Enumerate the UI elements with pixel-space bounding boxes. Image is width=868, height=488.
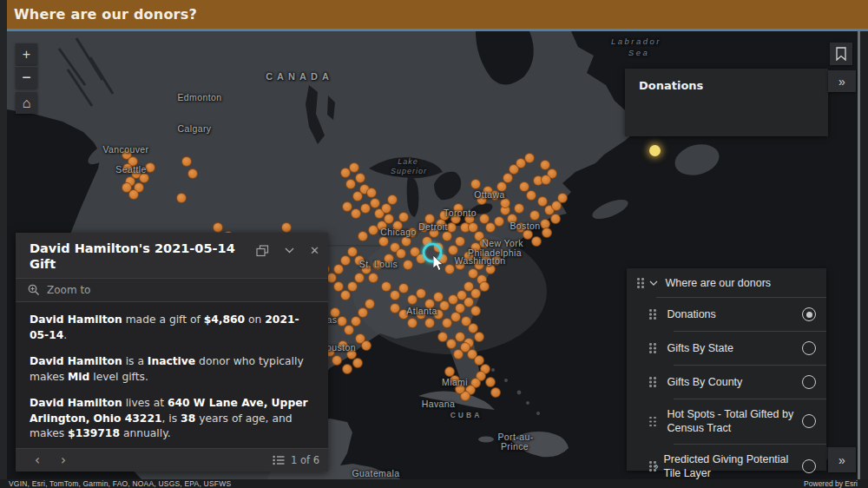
next-feature-button[interactable]: › — [50, 454, 76, 467]
layer-radio-donations[interactable] — [802, 307, 816, 321]
map-canvas[interactable]: CANADALabradorSeaLakeSuperiorEdmontonCal… — [7, 31, 868, 479]
donor-dot[interactable] — [485, 377, 496, 387]
layer-radio-predicted-giving-potential-tile-layer[interactable] — [802, 459, 816, 473]
donor-dot[interactable] — [398, 283, 409, 293]
donor-dot[interactable] — [450, 312, 461, 322]
donor-dot[interactable] — [551, 201, 562, 211]
donor-dot[interactable] — [541, 175, 551, 185]
drag-handle-icon[interactable] — [649, 343, 652, 346]
donor-dot[interactable] — [479, 214, 490, 224]
donor-dot[interactable] — [390, 290, 400, 300]
scrollbar-track[interactable] — [858, 31, 860, 479]
donor-dot[interactable] — [351, 208, 361, 219]
donor-dot[interactable] — [358, 231, 368, 241]
donor-dot[interactable] — [344, 325, 354, 335]
drag-handle-icon[interactable] — [649, 461, 652, 464]
layer-radio-hot-spots-total-gifted-by-census-tract[interactable] — [802, 414, 816, 428]
layer-radio-gifts-by-county[interactable] — [802, 375, 816, 389]
zoom-in-button[interactable]: + — [16, 43, 37, 65]
donor-dot[interactable] — [424, 318, 435, 328]
donor-dot[interactable] — [370, 198, 380, 208]
donor-dot[interactable] — [333, 264, 344, 274]
donor-dot[interactable] — [514, 203, 524, 214]
donor-dot[interactable] — [378, 236, 389, 247]
previous-feature-button[interactable]: ‹ — [24, 454, 50, 467]
close-icon[interactable]: ✕ — [310, 244, 319, 257]
donor-dot[interactable] — [542, 228, 552, 238]
home-button[interactable]: ⌂ — [16, 92, 37, 114]
donor-dot[interactable] — [360, 203, 371, 214]
donor-dot[interactable] — [403, 260, 413, 270]
donor-dot[interactable] — [442, 318, 452, 328]
drag-handle-icon[interactable] — [649, 417, 652, 419]
donor-dot[interactable] — [345, 179, 356, 189]
donor-dot[interactable] — [444, 366, 455, 377]
donor-dot[interactable] — [398, 212, 409, 222]
layer-item-hot-spots-total-gifted-by-census-tract[interactable]: Hot Spots - Total Gifted by Census Tract — [627, 399, 826, 444]
bookmarks-button[interactable] — [830, 43, 852, 65]
donor-dot[interactable] — [381, 281, 391, 292]
donor-dot[interactable] — [355, 173, 365, 183]
donor-dot[interactable] — [396, 248, 406, 259]
donor-dot[interactable] — [455, 236, 465, 247]
donor-dot[interactable] — [349, 162, 359, 173]
drag-handle-icon[interactable] — [637, 278, 640, 280]
donor-dot[interactable] — [448, 245, 458, 255]
drag-handle-icon[interactable] — [649, 309, 652, 312]
donor-dot[interactable] — [366, 188, 377, 198]
donor-dot[interactable] — [470, 306, 481, 316]
donor-dot[interactable] — [390, 303, 400, 313]
donor-dot[interactable] — [358, 307, 368, 318]
donor-dot[interactable] — [474, 332, 484, 342]
donor-dot[interactable] — [470, 288, 481, 299]
chevron-down-icon[interactable] — [649, 280, 658, 286]
donor-dot[interactable] — [531, 236, 542, 247]
donor-dot[interactable] — [470, 179, 481, 189]
donor-dot[interactable] — [347, 281, 358, 292]
donor-dot[interactable] — [361, 340, 372, 351]
donor-dot[interactable] — [485, 222, 496, 233]
donor-dot[interactable] — [526, 190, 536, 201]
donor-dot[interactable] — [446, 339, 457, 349]
donor-dot[interactable] — [365, 299, 375, 309]
layer-list-header[interactable]: Where are our donors — [627, 268, 826, 297]
donor-dot[interactable] — [401, 236, 411, 247]
donor-dot[interactable] — [354, 273, 365, 283]
donor-dot[interactable] — [122, 182, 132, 193]
dock-icon[interactable] — [256, 245, 269, 257]
layer-item-gifts-by-state[interactable]: Gifts By State — [627, 332, 826, 365]
donor-dot[interactable] — [416, 288, 426, 299]
donor-dot[interactable] — [407, 318, 418, 328]
donor-dot[interactable] — [213, 222, 223, 233]
donor-dot[interactable] — [176, 193, 187, 203]
donor-dot[interactable] — [340, 255, 351, 266]
drag-handle-icon[interactable] — [649, 377, 652, 379]
donor-dot[interactable] — [490, 387, 501, 398]
donor-dot[interactable] — [368, 273, 378, 283]
layer-item-gifts-by-county[interactable]: Gifts By County — [627, 366, 826, 399]
collapse-chevron-icon[interactable] — [285, 247, 294, 254]
donor-dot[interactable] — [550, 214, 561, 224]
donor-dot[interactable] — [479, 281, 490, 292]
layer-item-predicted-giving-potential-tile-layer[interactable]: ›Predicted Giving Potential Tile Layer — [627, 445, 826, 480]
zoom-to-button[interactable]: Zoom to — [16, 278, 328, 302]
layer-list-expand-button[interactable]: » — [828, 447, 856, 472]
donor-dot[interactable] — [351, 316, 361, 326]
donor-dot[interactable] — [529, 210, 540, 221]
donor-dot[interactable] — [352, 358, 363, 368]
legend-expand-button[interactable]: » — [828, 70, 856, 92]
feature-list-icon[interactable] — [273, 455, 285, 465]
donor-dot[interactable] — [340, 290, 351, 300]
donor-dot[interactable] — [342, 364, 352, 374]
donor-dot[interactable] — [281, 222, 292, 233]
donor-dot[interactable] — [444, 264, 455, 274]
donor-dot[interactable] — [503, 173, 513, 183]
donor-dot[interactable] — [332, 355, 342, 366]
donor-dot[interactable] — [381, 203, 391, 214]
layer-radio-gifts-by-state[interactable] — [802, 341, 816, 355]
donor-dot[interactable] — [494, 216, 504, 227]
zoom-out-button[interactable]: − — [16, 66, 37, 89]
donor-dot[interactable] — [342, 201, 352, 212]
layer-item-donations[interactable]: Donations — [627, 298, 826, 331]
donor-dot[interactable] — [387, 195, 398, 205]
